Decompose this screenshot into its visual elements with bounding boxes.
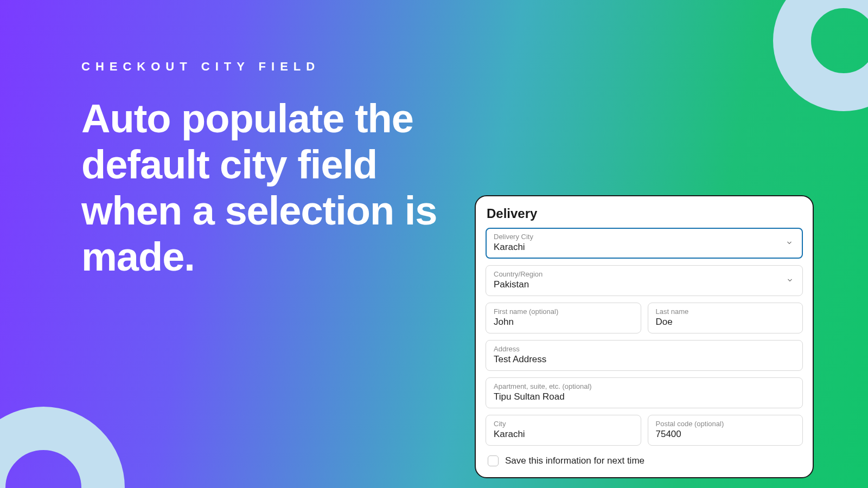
postal-code-input[interactable]: Postal code (optional) 75400 <box>648 415 803 446</box>
decorative-ring-top-right <box>773 0 868 111</box>
postal-label: Postal code (optional) <box>656 420 795 428</box>
save-info-label: Save this information for next time <box>505 455 644 466</box>
decorative-ring-bottom-left <box>0 407 125 488</box>
first-name-label: First name (optional) <box>494 307 633 316</box>
chevron-down-icon <box>786 276 794 284</box>
marketing-copy: CHECKOUT CITY FIELD Auto populate the de… <box>81 60 472 280</box>
save-info-row: Save this information for next time <box>486 452 803 467</box>
country-label: Country/Region <box>494 270 795 278</box>
delivery-city-label: Delivery City <box>494 233 795 241</box>
chevron-down-icon <box>786 239 793 246</box>
delivery-city-select[interactable]: Delivery City Karachi <box>486 228 803 259</box>
city-input[interactable]: City Karachi <box>486 415 641 446</box>
promo-stage: CHECKOUT CITY FIELD Auto populate the de… <box>0 0 868 488</box>
headline-text: Auto populate the default city field whe… <box>81 95 472 280</box>
apartment-input[interactable]: Apartment, suite, etc. (optional) Tipu S… <box>486 377 803 408</box>
address-input[interactable]: Address Test Address <box>486 340 803 371</box>
save-info-checkbox[interactable] <box>488 455 499 466</box>
apartment-value: Tipu Sultan Road <box>494 391 795 402</box>
eyebrow-text: CHECKOUT CITY FIELD <box>81 60 472 74</box>
last-name-label: Last name <box>656 307 795 316</box>
first-name-input[interactable]: First name (optional) John <box>486 303 641 333</box>
country-value: Pakistan <box>494 279 795 290</box>
country-region-select[interactable]: Country/Region Pakistan <box>486 265 803 296</box>
last-name-input[interactable]: Last name Doe <box>648 303 803 333</box>
last-name-value: Doe <box>656 317 795 328</box>
first-name-value: John <box>494 317 633 328</box>
city-value: Karachi <box>494 429 633 440</box>
card-title: Delivery <box>487 206 802 221</box>
address-value: Test Address <box>494 354 795 365</box>
address-label: Address <box>494 345 795 353</box>
delivery-form-card: Delivery Delivery City Karachi Country/R… <box>475 195 814 478</box>
apartment-label: Apartment, suite, etc. (optional) <box>494 382 795 390</box>
postal-value: 75400 <box>656 429 795 440</box>
city-label: City <box>494 420 633 428</box>
delivery-city-value: Karachi <box>494 242 795 253</box>
